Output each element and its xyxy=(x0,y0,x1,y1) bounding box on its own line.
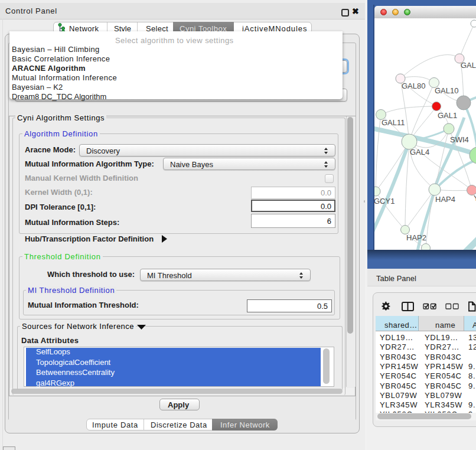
svg-text:GAL1: GAL1 xyxy=(438,111,457,120)
svg-text:GCY1: GCY1 xyxy=(374,197,395,206)
svg-text:GAL10: GAL10 xyxy=(435,86,458,95)
svg-text:GAL80: GAL80 xyxy=(402,81,425,90)
svg-text:GAL4: GAL4 xyxy=(410,148,429,156)
svg-text:Y: Y xyxy=(474,194,476,203)
svg-text:SWI4: SWI4 xyxy=(450,135,469,144)
svg-text:HAP4: HAP4 xyxy=(435,195,455,204)
svg-text:HAP2: HAP2 xyxy=(406,233,426,242)
svg-text:GAL11: GAL11 xyxy=(382,118,405,127)
svg-text:GAL: GAL xyxy=(461,61,476,70)
